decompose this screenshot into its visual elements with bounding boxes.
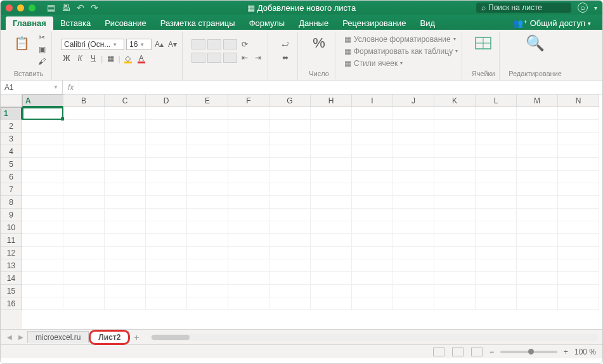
cell-M5[interactable] <box>517 158 558 171</box>
borders-button[interactable]: ▦ <box>105 53 116 63</box>
cell-A5[interactable] <box>22 158 63 171</box>
zoom-slider[interactable] <box>500 351 557 353</box>
cell-M6[interactable] <box>517 171 558 183</box>
column-header-B[interactable]: B <box>63 94 105 107</box>
orientation-button[interactable]: ⟳ <box>239 39 250 49</box>
tab-data[interactable]: Данные <box>292 16 335 30</box>
cell-J15[interactable] <box>393 285 434 297</box>
row-header-11[interactable]: 11 <box>1 234 22 247</box>
cell-A8[interactable] <box>22 196 63 209</box>
cell-E6[interactable] <box>187 171 228 183</box>
cell-D12[interactable] <box>146 247 187 259</box>
cell-E5[interactable] <box>187 158 228 171</box>
copy-button[interactable]: ▣ <box>36 44 48 55</box>
cell-L12[interactable] <box>476 247 517 259</box>
cell-M16[interactable] <box>517 297 558 310</box>
cell-I13[interactable] <box>352 259 393 272</box>
merge-button[interactable]: ⬌ <box>277 53 294 63</box>
cell-E13[interactable] <box>187 259 228 272</box>
cell-C15[interactable] <box>105 285 146 297</box>
cell-K9[interactable] <box>434 209 476 221</box>
cell-G1[interactable] <box>269 107 311 120</box>
cell-H10[interactable] <box>311 221 352 234</box>
cell-K8[interactable] <box>434 196 476 209</box>
cell-G3[interactable] <box>269 133 311 145</box>
editing-button[interactable]: 🔍 <box>523 32 547 54</box>
tab-home[interactable]: Главная <box>6 16 53 30</box>
bold-button[interactable]: Ж <box>61 53 72 63</box>
cell-N8[interactable] <box>558 196 599 209</box>
cell-A7[interactable] <box>22 183 63 196</box>
underline-button[interactable]: Ч <box>88 53 99 63</box>
cut-button[interactable]: ✂ <box>36 32 48 42</box>
paste-button[interactable]: 📋 <box>10 32 34 54</box>
cell-C16[interactable] <box>105 297 146 310</box>
cell-K14[interactable] <box>434 272 476 285</box>
cell-F12[interactable] <box>228 247 269 259</box>
cell-G7[interactable] <box>269 183 311 196</box>
cell-N10[interactable] <box>558 221 599 234</box>
cell-H8[interactable] <box>311 196 352 209</box>
column-header-A[interactable]: A <box>22 94 63 107</box>
cell-C9[interactable] <box>105 209 146 221</box>
cell-B12[interactable] <box>63 247 105 259</box>
cell-L15[interactable] <box>476 285 517 297</box>
tab-formulas[interactable]: Формулы <box>242 16 292 30</box>
cell-I15[interactable] <box>352 285 393 297</box>
row-header-12[interactable]: 12 <box>1 247 22 259</box>
cell-K10[interactable] <box>434 221 476 234</box>
cell-L13[interactable] <box>476 259 517 272</box>
cell-L9[interactable] <box>476 209 517 221</box>
cell-M15[interactable] <box>517 285 558 297</box>
cell-B9[interactable] <box>63 209 105 221</box>
cell-N6[interactable] <box>558 171 599 183</box>
cell-F10[interactable] <box>228 221 269 234</box>
cell-D11[interactable] <box>146 234 187 247</box>
cell-E8[interactable] <box>187 196 228 209</box>
column-header-G[interactable]: G <box>269 94 311 107</box>
cell-C5[interactable] <box>105 158 146 171</box>
cell-F16[interactable] <box>228 297 269 310</box>
cell-F7[interactable] <box>228 183 269 196</box>
align-left-button[interactable] <box>191 53 205 63</box>
cell-J14[interactable] <box>393 272 434 285</box>
sheet-nav-prev[interactable]: ◀ <box>4 334 15 341</box>
cell-D10[interactable] <box>146 221 187 234</box>
close-window-button[interactable] <box>6 4 13 11</box>
cell-J1[interactable] <box>393 107 434 120</box>
cell-B15[interactable] <box>63 285 105 297</box>
sheet-nav-next[interactable]: ▶ <box>16 334 26 341</box>
cell-E14[interactable] <box>187 272 228 285</box>
tab-page-layout[interactable]: Разметка страницы <box>153 16 242 30</box>
column-header-I[interactable]: I <box>352 94 393 107</box>
cell-K3[interactable] <box>434 133 476 145</box>
sheet-tab-1[interactable]: microexcel.ru <box>27 331 89 343</box>
cell-A9[interactable] <box>22 209 63 221</box>
cell-B4[interactable] <box>63 145 105 158</box>
cell-B8[interactable] <box>63 196 105 209</box>
cell-D5[interactable] <box>146 158 187 171</box>
cell-I8[interactable] <box>352 196 393 209</box>
cell-M2[interactable] <box>517 120 558 133</box>
cell-H13[interactable] <box>311 259 352 272</box>
cell-N2[interactable] <box>558 120 599 133</box>
cell-J10[interactable] <box>393 221 434 234</box>
cell-B13[interactable] <box>63 259 105 272</box>
cell-H15[interactable] <box>311 285 352 297</box>
cell-H5[interactable] <box>311 158 352 171</box>
cell-D15[interactable] <box>146 285 187 297</box>
cell-L2[interactable] <box>476 120 517 133</box>
cell-E12[interactable] <box>187 247 228 259</box>
cell-N5[interactable] <box>558 158 599 171</box>
cell-B1[interactable] <box>63 107 105 120</box>
increase-font-button[interactable]: A▴ <box>153 39 165 49</box>
cell-E11[interactable] <box>187 234 228 247</box>
cell-F15[interactable] <box>228 285 269 297</box>
cell-E7[interactable] <box>187 183 228 196</box>
cell-K2[interactable] <box>434 120 476 133</box>
horizontal-scrollbar[interactable] <box>150 334 599 341</box>
cell-M13[interactable] <box>517 259 558 272</box>
decrease-font-button[interactable]: A▾ <box>167 39 178 49</box>
cell-M14[interactable] <box>517 272 558 285</box>
maximize-window-button[interactable] <box>29 4 36 11</box>
